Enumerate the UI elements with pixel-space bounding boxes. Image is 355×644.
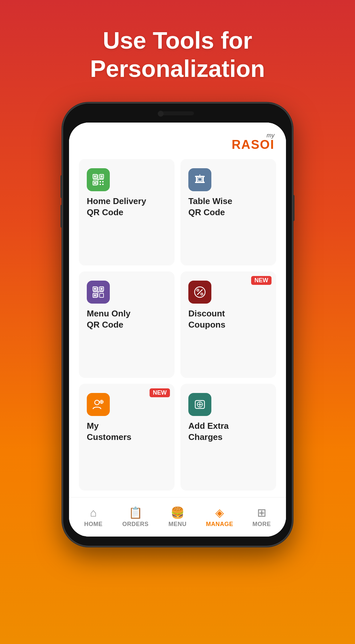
home-nav-icon: ⌂ <box>90 506 97 519</box>
home-delivery-qr-icon <box>87 168 110 191</box>
phone-speaker <box>161 111 194 115</box>
more-nav-icon: ⊞ <box>257 506 266 519</box>
discount-coupons-label: Discount Coupons <box>188 308 268 331</box>
svg-point-31 <box>95 400 99 405</box>
svg-rect-5 <box>94 182 96 184</box>
nav-item-menu[interactable]: 🍔 MENU <box>156 506 199 528</box>
phone-frame: my RASOI <box>62 103 293 546</box>
nav-item-home[interactable]: ⌂ HOME <box>72 506 114 528</box>
add-extra-charges-icon <box>188 393 211 416</box>
menu-nav-icon: 🍔 <box>171 506 184 519</box>
page-header: Use Tools for Personalization <box>0 0 355 100</box>
phone-volume-down <box>60 205 62 228</box>
svg-rect-8 <box>100 184 101 185</box>
phone-screen: my RASOI <box>69 123 286 537</box>
nav-item-more[interactable]: ⊞ MORE <box>241 506 283 528</box>
my-customers-icon <box>87 393 110 416</box>
svg-rect-24 <box>100 293 104 297</box>
manage-nav-icon: ◈ <box>215 506 224 519</box>
tools-grid: Home Delivery QR Code <box>69 156 286 497</box>
svg-rect-19 <box>94 288 96 290</box>
menu-only-qr-label: Menu Only QR Code <box>87 308 167 331</box>
svg-point-30 <box>201 293 203 295</box>
discount-coupons-new-badge: NEW <box>251 276 272 285</box>
svg-rect-7 <box>102 181 104 182</box>
svg-rect-9 <box>102 184 104 185</box>
svg-line-28 <box>197 289 202 295</box>
phone-camera <box>158 111 164 117</box>
svg-rect-13 <box>196 177 197 182</box>
discount-coupons-icon <box>188 281 211 304</box>
manage-nav-label: MANAGE <box>206 521 233 528</box>
more-nav-label: MORE <box>252 521 271 528</box>
page-title: Use Tools for Personalization <box>20 26 335 83</box>
app-header: my RASOI <box>69 123 286 156</box>
app-content: my RASOI <box>69 123 286 537</box>
table-wise-qr-icon <box>188 168 211 191</box>
tool-card-table-wise-qr[interactable]: Table Wise QR Code <box>180 159 276 265</box>
menu-only-qr-icon <box>87 281 110 304</box>
bottom-nav: ⌂ HOME 📋 ORDERS 🍔 MENU ◈ MANAGE <box>69 497 286 537</box>
svg-rect-14 <box>202 177 204 182</box>
my-customers-label: My Customers <box>87 421 167 443</box>
home-nav-label: HOME <box>84 521 103 528</box>
svg-rect-12 <box>195 176 205 177</box>
orders-nav-icon: 📋 <box>129 506 142 519</box>
svg-point-29 <box>197 289 199 291</box>
menu-nav-label: MENU <box>169 521 187 528</box>
add-extra-charges-label: Add Extra Charges <box>188 421 268 443</box>
app-logo: my RASOI <box>232 132 274 151</box>
svg-rect-21 <box>101 288 103 290</box>
nav-item-orders[interactable]: 📋 ORDERS <box>114 506 156 528</box>
my-customers-new-badge: NEW <box>150 388 170 397</box>
phone-volume-up <box>60 175 62 198</box>
logo-rasoi: RASOI <box>232 138 274 151</box>
svg-rect-3 <box>101 175 103 177</box>
tool-card-menu-only-qr[interactable]: Menu Only QR Code <box>79 271 175 378</box>
phone-device: my RASOI <box>62 103 293 546</box>
nav-item-manage[interactable]: ◈ MANAGE <box>199 506 241 528</box>
orders-nav-label: ORDERS <box>122 521 149 528</box>
svg-rect-15 <box>195 182 205 183</box>
tool-card-home-delivery-qr[interactable]: Home Delivery QR Code <box>79 159 175 265</box>
tool-card-discount-coupons[interactable]: NEW Discount Coupons <box>180 271 276 378</box>
svg-rect-1 <box>94 175 96 177</box>
tool-card-my-customers[interactable]: NEW My Customers <box>79 384 175 490</box>
home-delivery-qr-label: Home Delivery QR Code <box>87 196 167 218</box>
tool-card-add-extra-charges[interactable]: Add Extra Charges <box>180 384 276 490</box>
phone-power-button <box>293 195 295 221</box>
svg-rect-6 <box>100 181 101 182</box>
svg-rect-16 <box>198 178 202 181</box>
table-wise-qr-label: Table Wise QR Code <box>188 196 268 218</box>
svg-rect-23 <box>94 294 96 296</box>
